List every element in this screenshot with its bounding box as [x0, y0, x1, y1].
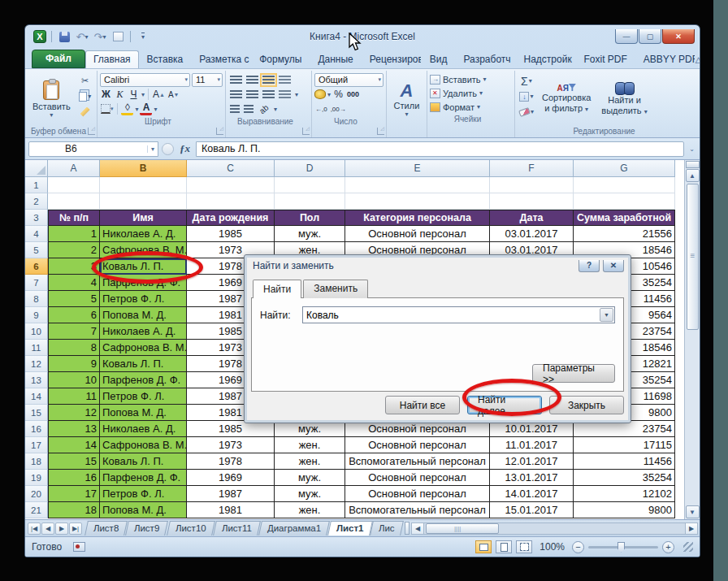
align-left-icon[interactable]	[230, 90, 242, 99]
decrease-indent-icon[interactable]	[230, 105, 240, 114]
wrap-text-icon[interactable]	[279, 76, 291, 85]
first-sheet-icon[interactable]: |◀	[28, 522, 41, 535]
ribbon-tab-1[interactable]: Файл	[32, 50, 85, 68]
row-header-7[interactable]: 7	[25, 275, 48, 291]
cell-A4[interactable]: 1	[48, 226, 100, 242]
cell-B15[interactable]: Попова М. Д.	[100, 405, 187, 421]
cell-C19[interactable]: 1969	[187, 470, 275, 486]
paste-button[interactable]: Вставить ▾	[29, 72, 74, 126]
bold-button[interactable]: Ж	[100, 88, 112, 101]
row-header-10[interactable]: 10	[25, 323, 48, 340]
cell-A2[interactable]	[48, 193, 100, 210]
cell-D19[interactable]: муж.	[275, 470, 345, 486]
cell-F20[interactable]: 14.01.2017	[490, 486, 574, 502]
underline-button[interactable]: Ч	[128, 88, 140, 101]
cell-E16[interactable]: Основной персонал	[345, 421, 490, 437]
copy-button[interactable]: ▾	[76, 89, 94, 103]
col-header-D[interactable]: D	[275, 160, 345, 177]
cell-G2[interactable]	[574, 193, 675, 210]
name-box[interactable]: B6 ▾	[28, 141, 158, 157]
dialog-title-bar[interactable]: Найти и заменить ? ✕	[245, 255, 630, 276]
cell-F17[interactable]: 11.01.2017	[490, 437, 574, 453]
align-right-icon[interactable]	[262, 90, 275, 99]
dialog-close-button[interactable]: ✕	[603, 260, 624, 272]
col-header-F[interactable]: F	[490, 160, 574, 177]
row-header-17[interactable]: 17	[25, 437, 48, 453]
cell-B9[interactable]: Попова М. Д.	[100, 307, 187, 323]
sheet-tab-6[interactable]: Лист1	[327, 521, 372, 535]
fill-button[interactable]: ↓▾	[518, 89, 535, 103]
grow-font-button[interactable]: А▲	[152, 88, 166, 101]
row-header-2[interactable]: 2	[25, 193, 48, 210]
tab-find[interactable]: Найти	[253, 280, 301, 298]
ribbon-tab-3[interactable]: Вставка	[139, 50, 192, 68]
cell-G20[interactable]: 12102	[574, 486, 675, 502]
row-header-9[interactable]: 9	[25, 307, 48, 323]
row-header-21[interactable]: 21	[25, 502, 48, 518]
cell-B13[interactable]: Парфенов Д. Ф.	[100, 372, 187, 388]
row-header-6[interactable]: 6	[25, 258, 48, 275]
cell-G3[interactable]: Сумма заработной	[574, 210, 675, 226]
ribbon-tab-8[interactable]: Вид	[422, 50, 456, 68]
cell-D1[interactable]	[275, 177, 345, 193]
tab-splitter[interactable]	[405, 522, 410, 535]
horizontal-scrollbar[interactable]: ◀ ▶	[411, 522, 698, 535]
clipboard-dialog-launcher[interactable]	[88, 128, 95, 135]
font-size-combo[interactable]: 11▾	[192, 73, 223, 87]
font-color-button[interactable]: А	[140, 102, 152, 115]
decrease-decimal-icon[interactable]: ,00→	[330, 102, 347, 115]
cell-G1[interactable]	[574, 177, 675, 193]
sheet-tab-5[interactable]: Диаграмма1	[258, 521, 330, 535]
cell-F18[interactable]: 12.01.2017	[490, 453, 574, 470]
cell-G21[interactable]: 9800	[574, 502, 675, 518]
cell-B4[interactable]: Николаев А. Д.	[100, 226, 187, 242]
find-select-button[interactable]: Найти и выделить ▾	[597, 72, 651, 126]
macro-record-icon[interactable]	[73, 542, 85, 552]
options-button[interactable]: Параметры >>	[532, 364, 615, 383]
fill-color-button[interactable]: ◊	[121, 102, 133, 115]
cell-A17[interactable]: 14	[48, 437, 100, 453]
cell-C16[interactable]: 1985	[187, 421, 275, 437]
scroll-right-icon[interactable]: ▶	[685, 522, 698, 535]
cell-F4[interactable]: 03.01.2017	[490, 226, 574, 242]
cell-B14[interactable]: Петров Ф. Л.	[100, 388, 187, 405]
autosum-button[interactable]: Σ▾	[518, 74, 535, 88]
font-dialog-launcher[interactable]	[216, 128, 223, 135]
format-painter-button[interactable]	[76, 105, 94, 119]
row-header-19[interactable]: 19	[25, 470, 48, 486]
col-header-C[interactable]: C	[187, 160, 275, 177]
cell-E4[interactable]: Основной персонал	[345, 226, 490, 242]
resize-grip[interactable]	[683, 542, 693, 552]
ribbon-tab-2[interactable]: Главная	[85, 50, 139, 68]
row-header-14[interactable]: 14	[25, 388, 48, 405]
cell-E3[interactable]: Категория персонала	[345, 210, 490, 226]
cell-A5[interactable]: 2	[48, 242, 100, 258]
cell-C4[interactable]: 1985	[187, 226, 275, 242]
cell-B19[interactable]: Парфенов Д. Ф.	[100, 470, 187, 486]
cell-A18[interactable]: 15	[48, 453, 100, 470]
normal-view-button[interactable]	[475, 540, 492, 553]
increase-decimal-icon[interactable]: ←,0	[314, 102, 328, 115]
page-break-view-button[interactable]	[516, 540, 532, 553]
cell-B2[interactable]	[100, 193, 187, 210]
sheet-tab-2[interactable]: Лист9	[125, 521, 168, 535]
ribbon-tab-6[interactable]: Данные	[310, 50, 361, 68]
alignment-dialog-launcher[interactable]	[302, 128, 310, 135]
cell-B20[interactable]: Петров Ф. Л.	[100, 486, 187, 502]
cell-B16[interactable]: Николаев А. Д.	[100, 421, 187, 437]
find-all-button[interactable]: Найти все	[385, 396, 460, 414]
cell-E21[interactable]: Вспомогательный персонал	[345, 502, 490, 518]
cell-A10[interactable]: 7	[48, 323, 100, 340]
cell-D2[interactable]	[275, 193, 345, 210]
cell-E17[interactable]: Основной персонал	[345, 437, 490, 453]
cell-A11[interactable]: 8	[48, 340, 100, 356]
cell-D3[interactable]: Пол	[275, 210, 345, 226]
next-sheet-icon[interactable]: ▶	[55, 522, 68, 535]
cell-B11[interactable]: Сафронова В. М.	[100, 340, 187, 356]
prev-sheet-icon[interactable]: ◀	[41, 522, 54, 535]
cell-D18[interactable]: жен.	[275, 453, 345, 470]
page-layout-view-button[interactable]	[496, 540, 512, 553]
col-header-G[interactable]: G	[574, 160, 675, 177]
cell-G19[interactable]: 35254	[574, 470, 675, 486]
zoom-slider[interactable]	[588, 546, 658, 548]
